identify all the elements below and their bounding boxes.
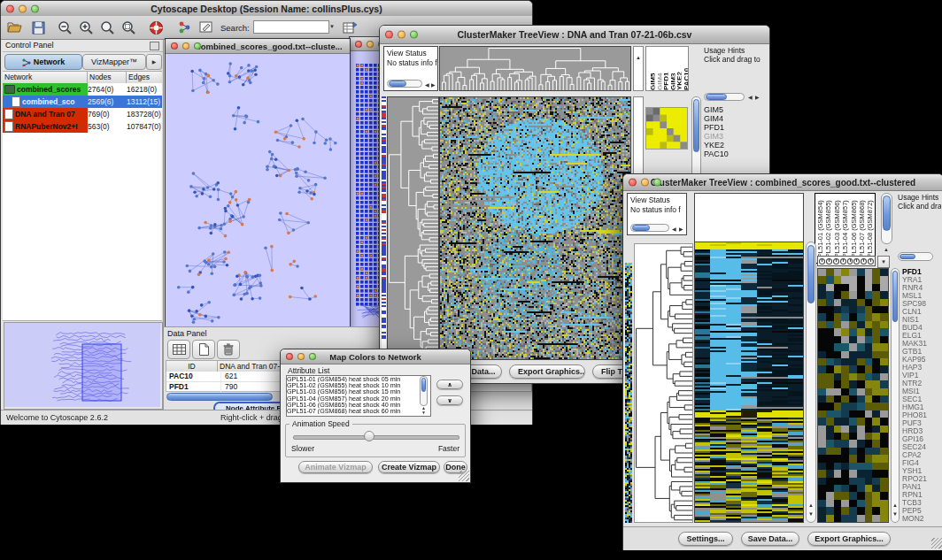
network-table-row[interactable]: combined_sco2569(6)13112(15)	[3, 96, 162, 108]
tv2-heatmap[interactable]	[694, 242, 804, 523]
attribute-list-item[interactable]: GPL51-03 (GSM856) heat shock 15 min	[287, 388, 430, 395]
tv2-gene-item[interactable]: MON2	[902, 515, 941, 523]
tv1-status-scrollbar[interactable]	[387, 80, 422, 88]
tv2-gene-item[interactable]: MSI1	[902, 387, 941, 395]
tv2-gene-item[interactable]: MSL1	[902, 292, 941, 300]
close-button[interactable]	[6, 4, 14, 12]
tv2-button-save-data[interactable]: Save Data...	[741, 532, 799, 546]
attribute-table-icon[interactable]	[167, 340, 190, 359]
tv2-zoom-heatmap[interactable]	[817, 268, 889, 523]
resize-grip[interactable]	[459, 471, 469, 481]
minimize-button[interactable]	[398, 31, 405, 39]
zoom-button[interactable]	[653, 179, 661, 187]
attribute-list-item[interactable]: GPL51-06 (GSM865) heat shock 40 min	[287, 402, 430, 408]
resize-grip[interactable]	[931, 538, 942, 548]
tv2-gene-item[interactable]: TCB3	[902, 499, 941, 507]
tv2-global-strip[interactable]	[625, 263, 632, 523]
zoom-fit-icon[interactable]	[97, 19, 118, 36]
animation-slider-thumb[interactable]	[364, 431, 374, 441]
help-lifesaver-icon[interactable]	[145, 19, 166, 36]
float-panel-icon[interactable]	[150, 42, 159, 50]
tv2-gene-item[interactable]: GPI16	[902, 435, 941, 443]
column-dial-icon[interactable]	[833, 258, 839, 265]
import-table-icon[interactable]	[339, 19, 360, 36]
scroll-up-icon[interactable]: ▲	[884, 247, 889, 252]
tv2-heatmap-vscrollbar[interactable]: ▲ ▼	[806, 242, 816, 523]
create-vizmap-button[interactable]: Create Vizmap	[378, 461, 440, 473]
scroll-left-icon[interactable]: ◀	[425, 82, 429, 88]
animate-vizmap-button[interactable]: Animate Vizmap	[298, 461, 373, 473]
tv2-gene-item[interactable]: RPN1	[902, 491, 941, 499]
column-dial-icon[interactable]	[840, 258, 846, 265]
tv1-gene-item[interactable]: PFD1	[704, 123, 766, 132]
tv2-gene-item[interactable]: YRA1	[902, 276, 941, 284]
tv2-gene-item[interactable]: PFD1	[902, 268, 941, 276]
tv2-row-dendrogram[interactable]	[634, 243, 693, 523]
minimize-button[interactable]	[19, 4, 27, 12]
tv2-status-scrollbar[interactable]	[630, 224, 669, 232]
tv1-gene-item[interactable]: PAC10	[704, 150, 766, 158]
tv2-gene-item[interactable]: CPA2	[902, 451, 941, 459]
dialog-titlebar[interactable]: Map Colors to Network	[281, 349, 470, 364]
tv1-column-dendrogram[interactable]	[439, 46, 631, 91]
column-dial-icon[interactable]	[826, 258, 832, 265]
minimize-button[interactable]	[297, 353, 305, 360]
scroll-left-icon[interactable]: ◀	[748, 95, 753, 100]
tv2-usage-scrollbar[interactable]	[898, 252, 933, 261]
column-dial-icon[interactable]	[847, 258, 853, 265]
tv2-gene-item[interactable]: NIS1	[902, 316, 941, 324]
tv2-gene-item[interactable]: CLN1	[902, 308, 941, 316]
scroll-down-icon[interactable]: ▼	[421, 410, 426, 415]
tv2-gene-item[interactable]: PHO81	[902, 411, 941, 419]
zoom-in-icon[interactable]	[75, 19, 97, 36]
tab-overflow-icon[interactable]: ▶	[146, 54, 162, 70]
minimize-button[interactable]	[367, 41, 374, 48]
tv1-selected-submatrix[interactable]	[645, 107, 688, 150]
network-view-titlebar[interactable]: combined_scores_good.txt--cluste...	[166, 39, 350, 54]
tv1-heatmap[interactable]	[439, 96, 631, 360]
search-dropdown-icon[interactable]: ▼	[329, 24, 335, 29]
attribute-list-item[interactable]: GPL51-04 (GSM857) heat shock 20 min	[287, 395, 430, 402]
tv2-gene-item[interactable]: SEC1	[902, 395, 941, 403]
tv2-gene-item[interactable]: HRD3	[902, 427, 941, 435]
scroll-left-icon[interactable]: ◀	[672, 226, 676, 232]
column-dial-icon[interactable]	[853, 258, 860, 265]
tv2-gene-item[interactable]: HAP3	[902, 364, 941, 372]
data-panel-hscrollbar[interactable]	[166, 393, 282, 401]
save-icon[interactable]	[27, 19, 49, 36]
network-table-row[interactable]: combined_scores2764(0)16218(0)	[3, 83, 162, 96]
zoom-button[interactable]	[309, 353, 316, 360]
close-button[interactable]	[171, 42, 178, 50]
tv1-button-export-graphics[interactable]: Export Graphics...	[509, 364, 585, 379]
tv2-gene-item[interactable]: VIP1	[902, 372, 941, 380]
tv1-gene-item[interactable]: GIM4	[704, 114, 766, 123]
zoom-button[interactable]	[194, 42, 201, 50]
network-table-row[interactable]: DNA and Tran 07769(0)183728(0)	[3, 108, 162, 120]
zoom-out-icon[interactable]	[54, 19, 75, 36]
attribute-list-item[interactable]: GPL51-07 (GSM868) heat shock 60 min	[287, 408, 430, 414]
tv1-gene-item[interactable]: GIM5	[704, 105, 766, 114]
tv1-usage-scrollbar[interactable]	[704, 93, 745, 101]
tv2-gene-item[interactable]: PEP5	[902, 507, 941, 515]
tv1-gene-item[interactable]: GIM3	[704, 132, 766, 141]
main-titlebar[interactable]: Cytoscape Desktop (Session Name: collins…	[1, 1, 532, 17]
network-overview[interactable]	[4, 322, 163, 410]
animation-slider-track[interactable]	[293, 435, 459, 440]
close-button[interactable]	[355, 41, 362, 48]
tab-vizmapper[interactable]: VizMapper™	[82, 54, 146, 70]
scroll-right-icon[interactable]: ▶	[431, 82, 436, 88]
tv2-gene-item[interactable]: ELG1	[902, 332, 941, 340]
tv2-gene-scrollbar[interactable]: ▲ ▼	[891, 268, 900, 523]
tv2-gene-item[interactable]: RPO21	[902, 475, 941, 483]
network-table-row[interactable]: RNAPuberNov2+I563(0)107847(0)	[3, 120, 162, 133]
move-down-button[interactable]: ∨	[436, 395, 463, 405]
scroll-right-icon[interactable]: ▶	[679, 226, 683, 232]
tv1-scroll-strip-top[interactable]: ▲	[633, 46, 644, 91]
delete-attribute-trash-icon[interactable]	[217, 340, 240, 359]
tv2-gene-item[interactable]: RNR4	[902, 284, 941, 292]
attribute-list-item[interactable]: GPL51-02 (GSM855) heat shock 10 min	[287, 382, 430, 388]
column-dial-icon[interactable]	[868, 258, 874, 265]
tv1-gene-item[interactable]: YKE2	[704, 141, 766, 150]
column-dial-icon[interactable]	[819, 258, 825, 265]
network-nodes-icon[interactable]	[174, 19, 196, 36]
